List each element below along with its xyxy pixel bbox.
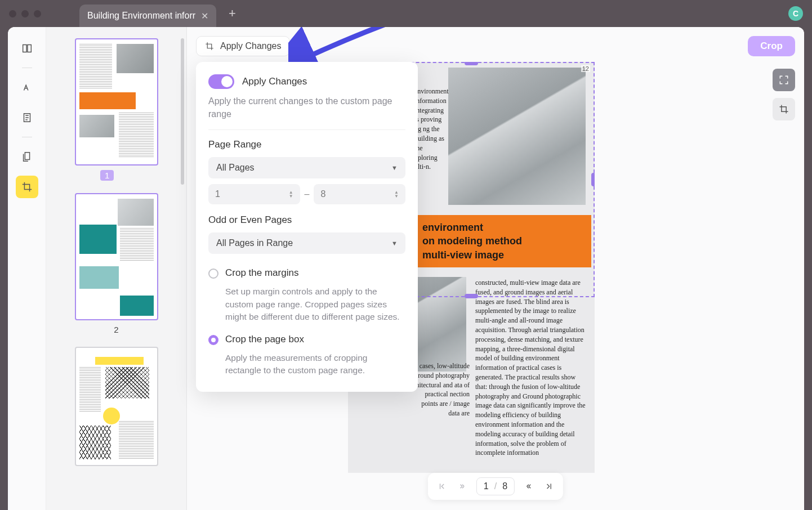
page-thumbnail-2[interactable] xyxy=(75,193,158,320)
thumb-number-2: 2 xyxy=(64,325,168,334)
crop-dimension: 12 xyxy=(581,65,590,72)
page-navigator: 1 / 8 xyxy=(428,473,563,500)
fullscreen-icon[interactable] xyxy=(773,69,795,91)
radio-icon xyxy=(208,269,218,279)
stepper-icon[interactable]: ▲▼ xyxy=(394,190,399,198)
crop-box-desc: Apply the measurements of cropping recta… xyxy=(225,352,405,377)
panel-divider xyxy=(208,129,405,130)
panel-title: Apply Changes xyxy=(242,76,307,87)
page-range-select[interactable]: All Pages ▼ xyxy=(208,157,405,178)
page-indicator[interactable]: 1 / 8 xyxy=(476,477,515,495)
document-tab[interactable]: Building Environment inforr ✕ xyxy=(79,5,216,27)
chevron-down-icon: ▼ xyxy=(391,164,398,171)
rail-divider xyxy=(22,68,32,68)
maximize-window-icon[interactable] xyxy=(34,10,41,17)
last-page-button[interactable] xyxy=(543,480,555,493)
prev-page-button[interactable] xyxy=(456,480,469,493)
next-page-button[interactable] xyxy=(523,480,535,493)
odd-even-select[interactable]: All Pages in Range ▼ xyxy=(208,232,405,254)
close-window-icon[interactable] xyxy=(9,10,16,17)
stage: Apply Changes Crop 12 environment inform… xyxy=(187,27,804,510)
tool-rail xyxy=(8,27,46,510)
apply-changes-label: Apply Changes xyxy=(220,41,282,51)
crop-tool-icon[interactable] xyxy=(773,98,795,120)
user-avatar[interactable]: C xyxy=(788,6,803,21)
apply-changes-panel: Apply Changes Apply the current changes … xyxy=(196,62,418,392)
crop-page-box-option[interactable]: Crop the page box xyxy=(208,334,405,348)
crop-button[interactable]: Crop xyxy=(748,36,795,56)
rail-highlighter-icon[interactable] xyxy=(16,76,38,99)
apply-changes-toggle[interactable] xyxy=(208,74,234,89)
range-from-input[interactable]: 1 ▲▼ xyxy=(208,184,300,204)
rail-divider xyxy=(22,137,32,137)
stepper-icon[interactable]: ▲▼ xyxy=(289,190,293,198)
crop-margins-option[interactable]: Crop the margins xyxy=(208,267,405,282)
odd-even-label: Odd or Even Pages xyxy=(208,214,405,226)
close-tab-icon[interactable]: ✕ xyxy=(201,11,208,21)
rail-pages-icon[interactable] xyxy=(16,145,38,168)
crop-icon xyxy=(204,41,215,51)
apply-changes-button[interactable]: Apply Changes xyxy=(196,36,290,56)
annotation-arrow xyxy=(288,27,435,66)
page-thumbnail-1[interactable] xyxy=(75,38,158,165)
new-tab-button[interactable]: + xyxy=(229,6,236,21)
range-to-input[interactable]: 8 ▲▼ xyxy=(314,184,405,204)
rail-reader-icon[interactable] xyxy=(16,37,38,60)
radio-icon xyxy=(208,335,218,345)
doc-body-left: d cases, low-altitude round photography … xyxy=(413,361,470,418)
current-page: 1 xyxy=(484,481,489,491)
titlebar: Building Environment inforr ✕ + C xyxy=(0,0,812,27)
window-controls xyxy=(9,10,41,17)
page-range-label: Page Range xyxy=(208,139,405,150)
rail-crop-icon[interactable] xyxy=(16,176,38,198)
crop-margins-desc: Set up margin controls and apply to the … xyxy=(225,285,405,323)
doc-body-right: constructed, multi-view image data are f… xyxy=(475,278,587,458)
tab-title: Building Environment inforr xyxy=(87,11,195,21)
thumbnail-panel: 1 2 xyxy=(46,27,187,510)
minimize-window-icon[interactable] xyxy=(21,10,29,17)
total-pages: 8 xyxy=(502,481,507,491)
thumb-number-1: 1 xyxy=(100,170,114,181)
first-page-button[interactable] xyxy=(436,480,448,493)
range-separator: – xyxy=(305,189,310,199)
crop-handle-right[interactable] xyxy=(591,173,595,186)
rail-notes-icon[interactable] xyxy=(16,106,38,129)
chevron-down-icon: ▼ xyxy=(391,240,398,247)
panel-desc: Apply the current changes to the custom … xyxy=(208,95,405,120)
app-window: 1 2 Apply Changes xyxy=(8,27,804,510)
page-thumbnail-3[interactable] xyxy=(75,347,158,466)
crop-tools xyxy=(773,69,795,120)
